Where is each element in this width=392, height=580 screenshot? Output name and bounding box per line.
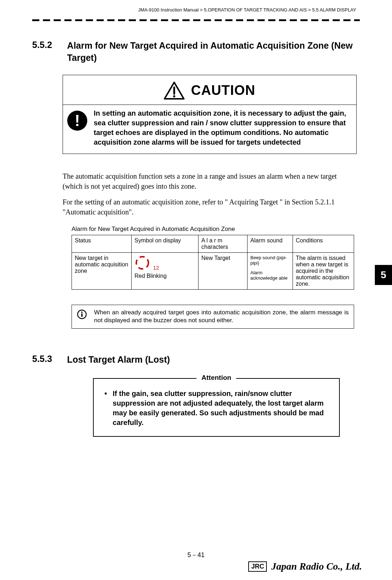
info-box: When an already acquired target goes int… xyxy=(72,305,354,329)
attention-bullet: • xyxy=(104,389,107,427)
caution-text: In setting an automatic acquisition zone… xyxy=(94,108,352,147)
company-name: Japan Radio Co., Ltd. xyxy=(271,561,362,572)
chapter-tab: 5 xyxy=(375,265,392,285)
new-target-symbol-icon xyxy=(134,255,150,271)
caution-header: CAUTION xyxy=(63,75,356,105)
th-alarm-sound: Alarm sound xyxy=(248,235,293,252)
attention-text: If the gain, sea clutter suppression, ra… xyxy=(113,389,332,427)
section-title-text: Alarm for New Target Acquired in Automat… xyxy=(67,40,360,64)
table-header-row: Status Symbol on display A l a r m chara… xyxy=(72,235,354,252)
alarm-sound-beep: Beep sound (pipi-pipi) xyxy=(250,255,290,266)
caution-box: CAUTION ! In setting an automatic acquis… xyxy=(63,75,357,154)
cell-conditions: The alarm is issued when a new target is… xyxy=(293,252,354,289)
table-caption: Alarm for New Target Acquired in Automat… xyxy=(72,226,360,233)
info-icon xyxy=(77,309,87,319)
th-alarm-chars: A l a r m characters xyxy=(199,235,248,252)
attention-box: Attention • If the gain, sea clutter sup… xyxy=(93,378,340,437)
table-row: New target in automatic acquisition zone… xyxy=(72,252,354,289)
page-number: 5－41 xyxy=(187,551,205,559)
section-title-text: Lost Target Alarm (Lost) xyxy=(67,354,360,366)
svg-point-3 xyxy=(136,257,148,269)
section-number: 5.5.3 xyxy=(32,354,52,364)
body-paragraph-2: For the setting of an automatic acquisit… xyxy=(63,197,342,217)
cell-symbol: 12 Red Blinking xyxy=(132,252,199,289)
document-page: JMA-9100 Instruction Manual > 5.OPERATIO… xyxy=(0,0,392,580)
th-conditions: Conditions xyxy=(293,235,354,252)
warning-triangle-icon xyxy=(164,82,185,100)
info-text: When an already acquired target goes int… xyxy=(94,309,349,325)
section-number: 5.5.2 xyxy=(32,40,52,50)
cell-status: New target in automatic acquisition zone xyxy=(72,252,132,289)
alarm-table: Status Symbol on display A l a r m chara… xyxy=(72,235,354,290)
symbol-id: 12 xyxy=(153,265,159,271)
attention-label: Attention xyxy=(196,374,236,382)
svg-point-5 xyxy=(81,311,83,313)
body-paragraph-1: The automatic acquisition function sets … xyxy=(63,171,342,191)
alarm-sound-ack: Alarm acknowledge able xyxy=(250,270,290,281)
brand-logo: JRC xyxy=(248,561,267,572)
th-status: Status xyxy=(72,235,132,252)
section-5-5-3-heading: 5.5.3 Lost Target Alarm (Lost) xyxy=(32,354,360,366)
svg-rect-6 xyxy=(81,313,83,317)
th-symbol: Symbol on display xyxy=(132,235,199,252)
cell-alarm-sound: Beep sound (pipi-pipi) Alarm acknowledge… xyxy=(248,252,293,289)
symbol-label: Red Blinking xyxy=(134,273,167,279)
caution-label: CAUTION xyxy=(191,83,255,98)
svg-point-2 xyxy=(173,95,175,97)
section-5-5-2-heading: 5.5.2 Alarm for New Target Acquired in A… xyxy=(32,40,360,64)
exclamation-circle-icon: ! xyxy=(67,111,87,131)
page-footer: 5－41 JRC Japan Radio Co., Ltd. xyxy=(0,551,392,569)
cell-alarm-chars: New Target xyxy=(199,252,248,289)
breadcrumb: JMA-9100 Instruction Manual > 5.OPERATIO… xyxy=(32,7,360,15)
dashed-divider xyxy=(32,18,360,22)
